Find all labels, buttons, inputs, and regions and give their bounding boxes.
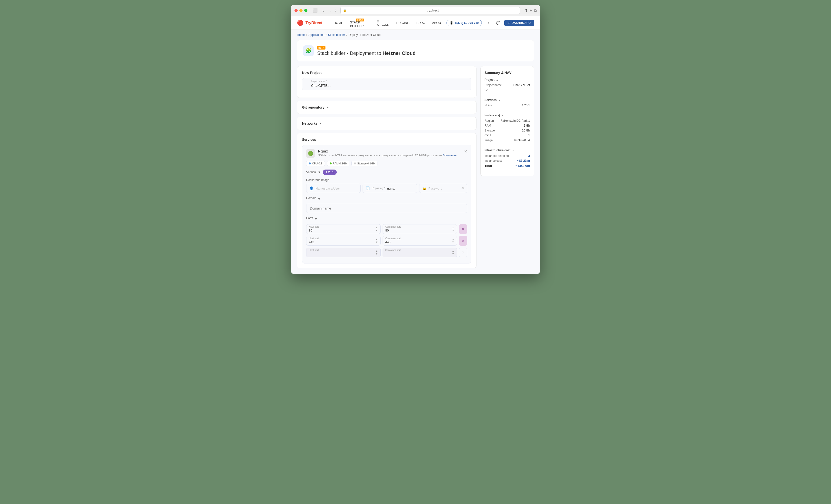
breadcrumb-applications[interactable]: Applications [308,33,324,37]
host-port-1-down[interactable]: ▼ [375,229,378,232]
infra-collapse-icon[interactable]: ▲ [512,149,514,152]
container-port-2-down[interactable]: ▼ [451,241,455,244]
host-port-3-up[interactable]: ▲ [375,249,378,253]
breadcrumb-sep-3: / [346,33,347,37]
host-port-3-down[interactable]: ▼ [375,253,378,256]
share-button[interactable]: ⬆ [524,8,528,13]
beta-badge: BETA [356,19,364,22]
password-eye-button[interactable]: 👁 [461,186,465,190]
host-port-2-up[interactable]: ▲ [375,238,378,241]
host-port-2-down[interactable]: ▼ [375,241,378,244]
nav-stacks[interactable]: ⊞ STACKS [373,16,393,30]
host-port-1-up[interactable]: ▲ [375,226,378,229]
ram-dot [329,162,332,165]
repository-input-wrap[interactable]: 📄 Repository * nginx [363,184,417,193]
summary-project-name-row: Project name ChatGPTBot [485,83,530,87]
nginx-name: Nginx [318,149,457,153]
port-row-2-delete[interactable]: ✕ [459,236,467,246]
two-column-layout: New Project 🤖 Project name * [291,66,540,274]
host-port-2-label: Host port [309,237,319,240]
telegram-icon[interactable]: ✈ [485,20,492,26]
host-port-1-spinners: ▲ ▼ [375,226,378,232]
password-field[interactable]: 🔒 Password [419,184,467,193]
container-port-2-wrap[interactable]: Container port 443 ▲ ▼ [382,236,457,246]
namespace-input-wrap[interactable]: 👤 Namespace/User [306,184,361,193]
ports-header[interactable]: Ports ▼ [306,216,467,222]
tabs-button[interactable]: ⧉ [534,8,537,13]
summary-ram-row: RAM 2 Gb [485,124,530,127]
cpu-badge: CPU 0.1 [306,161,325,166]
storage-label: Storage 0.1Gb [357,162,375,165]
container-port-2-spinners: ▲ ▼ [451,238,455,244]
address-bar[interactable]: 🔒 try.direct [340,7,520,14]
back-button[interactable]: ‹ [328,7,333,13]
container-port-3-up[interactable]: ▲ [451,249,455,253]
breadcrumb-stack-builder[interactable]: Stack builder [328,33,345,37]
networks-title: Networks [302,121,317,125]
container-port-2-value: 443 [385,240,391,244]
summary-instances-title: Instance(s) ▲ [485,114,504,117]
container-port-3-wrap[interactable]: Container port ▲ ▼ [382,247,457,257]
new-tab-button[interactable]: + [530,8,532,13]
services-collapse-icon[interactable]: ▲ [498,99,500,101]
container-port-1-up[interactable]: ▲ [451,226,455,229]
page-beta-badge: BETA [317,46,325,50]
breadcrumb-sep-1: / [306,33,307,37]
summary-instances-selected-val: 3 [528,154,530,157]
host-port-3-wrap[interactable]: Host port ▲ ▼ [306,247,381,257]
networks-card: Networks ▼ [297,117,477,130]
breadcrumb: Home / Applications / Stack builder / De… [291,30,540,40]
services-title: Services [302,138,471,142]
nginx-show-more[interactable]: Show more [443,154,457,157]
port-row-1: Host port 80 ▲ ▼ Container port 80 [306,224,467,234]
brand-logo[interactable]: 🔴 TryDirect [297,20,322,26]
forward-button[interactable]: › [334,7,338,13]
host-port-1-wrap[interactable]: Host port 80 ▲ ▼ [306,224,381,234]
domain-header[interactable]: Domain ▼ [306,197,467,202]
container-port-3-down[interactable]: ▼ [451,253,455,256]
nav-stack-builder[interactable]: BETA STACK BUILDER [346,16,373,30]
phone-button[interactable]: 📱 +(373) 60 775 719 [447,20,482,26]
domain-input[interactable] [306,204,467,213]
summary-cpu-val: 1 [528,134,530,137]
nginx-description: NGINX - is an HTTP and reverse proxy ser… [318,154,457,157]
port-row-1-delete[interactable]: ✕ [459,224,467,234]
whatsapp-icon[interactable]: 💬 [494,20,502,26]
nav-home[interactable]: HOME [330,16,346,30]
sidebar-toggle-button[interactable]: ⬜ [312,7,319,13]
summary-services-header: Services ▲ [485,98,530,102]
dockerhub-label: Dockerhub Image [306,178,467,182]
project-name-input[interactable] [302,78,471,90]
dashboard-button[interactable]: ⊞ DASHBOARD [504,20,534,26]
summary-cpu-row: CPU 1 [485,134,530,137]
container-port-1-wrap[interactable]: Container port 80 ▲ ▼ [382,224,457,234]
nginx-close-button[interactable]: ✕ [464,149,467,154]
container-port-2-label: Container port [385,237,401,240]
container-port-1-down[interactable]: ▼ [451,229,455,232]
fullscreen-button[interactable] [304,9,308,12]
nav-blog[interactable]: BLOG [413,16,429,30]
instances-collapse-icon[interactable]: ▲ [502,114,504,117]
breadcrumb-home[interactable]: Home [297,33,305,37]
summary-instance-cost-key: Instance cost [485,159,502,162]
host-port-2-wrap[interactable]: Host port 443 ▲ ▼ [306,236,381,246]
container-port-2-up[interactable]: ▲ [451,238,455,241]
version-row: Version ▼ 1.25.1 [306,170,467,175]
port-row-3-delete[interactable]: ✕ [459,247,467,257]
close-button[interactable] [294,9,298,12]
dashboard-icon: ⊞ [508,21,510,25]
project-collapse-icon[interactable]: ▲ [496,79,498,81]
minimize-button[interactable] [299,9,303,12]
summary-image-val: ubuntu-20.04 [513,139,530,142]
networks-header[interactable]: Networks ▼ [302,121,471,125]
page-title-highlight: Hetzner Cloud [382,51,416,56]
new-project-card: New Project 🤖 Project name * [297,66,477,98]
summary-region-row: Region Falkenstein DC Park 1 [485,119,530,122]
summary-image-row: Image ubuntu-20.04 [485,139,530,142]
git-repo-header[interactable]: Git repository ▲ [302,106,471,109]
port-row-2: Host port 443 ▲ ▼ Container port 4 [306,236,467,246]
nav-pricing[interactable]: PRICING [393,16,413,30]
nav-about[interactable]: ABOUT [429,16,447,30]
tab-overview-button[interactable]: ⌄ [321,7,326,13]
url-text: try.direct [348,8,517,12]
